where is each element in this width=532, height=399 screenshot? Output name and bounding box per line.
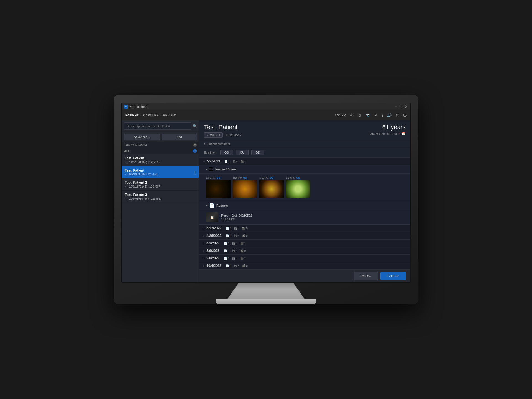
- title-bar-left: 3L 3L Imaging 2: [124, 105, 147, 109]
- sidebar: 🔍 Advanced... Add TODAY 5/2/2023 0 ALL 7: [122, 120, 200, 282]
- eye-os-button[interactable]: OS: [220, 150, 233, 155]
- search-icon[interactable]: 🔍: [193, 124, 197, 128]
- settings-icon[interactable]: ⚙: [395, 113, 399, 117]
- title-bar-controls: ─ □ ✕: [395, 105, 408, 108]
- add-button[interactable]: Add: [162, 134, 197, 140]
- patient-header-left: Test, Patient ♀ Other ▾ ID 1234567: [204, 124, 241, 138]
- report-item-1[interactable]: 📋 Report_2x2_20230502 1:18:11 PM: [200, 210, 410, 225]
- session-chevron-2: ›: [203, 227, 204, 230]
- sc6-images: 🖼 3: [232, 257, 237, 260]
- dob-label: Date of birth: [368, 132, 385, 135]
- info-icon[interactable]: ℹ: [382, 113, 383, 117]
- close-button[interactable]: ✕: [405, 105, 408, 108]
- review-button[interactable]: Review: [354, 272, 378, 280]
- sc7-reports: 📄 1: [226, 264, 231, 267]
- sc6-videos: 🎬 1: [240, 257, 246, 260]
- patient-item-4[interactable]: Test, Patient 3 ♂ | 10/30/1956 (66) | 12…: [122, 191, 199, 203]
- comment-row[interactable]: ▾ Patient comment: [200, 140, 410, 147]
- report-info-1: Report_2x2_20230502 1:18:11 PM: [221, 214, 252, 221]
- patient-list: Test, Patient ♀ | 11/1/1961 (61) | 12345…: [122, 154, 199, 282]
- session-4262023[interactable]: › 4/26/2023 📄 1 🖼 4 🎬 0: [200, 232, 410, 240]
- power-icon[interactable]: ⏻: [403, 113, 407, 117]
- images-chevron: ▾: [206, 168, 208, 171]
- eye-icon[interactable]: 👁: [350, 113, 354, 117]
- dob-value: 1/11/1962: [387, 132, 400, 135]
- reports-icon: 📄: [209, 203, 215, 208]
- image-thumb-1: [206, 180, 231, 198]
- maximize-button[interactable]: □: [400, 105, 402, 108]
- session-382023[interactable]: › 3/8/2023 📄 1 🖼 3 🎬 1: [200, 255, 410, 262]
- report-time-1: 1:18:11 PM: [221, 218, 252, 221]
- patient-name-1: Test, Patient: [125, 156, 196, 160]
- sc5-reports: 📄 1: [224, 249, 229, 252]
- calendar-icon[interactable]: 📅: [402, 132, 406, 135]
- session-counts-3: 📄 1 🖼 4 🎬 0: [226, 234, 248, 237]
- gender-dropdown-icon: ▾: [219, 133, 220, 137]
- patient-name-3: Test, Patient 2: [125, 181, 196, 185]
- session-4272023[interactable]: › 4/27/2023 📄 1 🖼 3 🎬 0: [200, 225, 410, 232]
- eye-filter-row: Eye filter OS OU OD: [200, 147, 410, 158]
- reports-label: Reports: [216, 204, 228, 207]
- image-meta-4: 1:18 PM OS: [286, 177, 310, 179]
- nav-review[interactable]: REVIEW: [163, 114, 176, 117]
- session-header-1[interactable]: ▾ 5/2/2023 📄 1 🖼 4 🎬 0: [200, 158, 410, 165]
- sc4-videos: 🎬 1: [240, 242, 246, 245]
- images-grid: 1:18 PM OS 1:18 PM OS: [200, 174, 410, 201]
- session-date-1: 5/2/2023: [207, 159, 220, 163]
- patient-details-2: ♀ | 6/5/1963 (60) | 1234567: [125, 173, 196, 176]
- capture-button[interactable]: Capture: [380, 272, 406, 280]
- reports-chevron: ▾: [206, 204, 208, 207]
- eye-ou-button[interactable]: OU: [236, 150, 249, 155]
- session-counts-5: 📄 1 🖼 4 🎬 0: [224, 249, 246, 252]
- session-432023[interactable]: › 4/3/2023 📄 1 🖼 3 🎬 1: [200, 240, 410, 247]
- sc2-images: 🖼 3: [234, 227, 239, 230]
- monitor-stand: [227, 283, 305, 299]
- nav-patient[interactable]: PATIENT: [125, 114, 139, 117]
- all-count: 7: [193, 149, 197, 153]
- search-input[interactable]: [124, 122, 191, 130]
- reports-header[interactable]: ▾ 📄 Reports: [200, 201, 410, 210]
- eye-od-button[interactable]: OD: [251, 150, 264, 155]
- patient-menu-button[interactable]: ⋮: [193, 170, 197, 175]
- report-name-1: Report_2x2_20230502: [221, 214, 252, 217]
- image-card-4[interactable]: 1:18 PM OS: [286, 177, 310, 198]
- images-videos-header[interactable]: ▾ 🖼 Images/Videos: [200, 165, 410, 174]
- patient-details-1: ♀ | 11/1/1961 (61) | 1234567: [125, 161, 196, 164]
- monitor-icon[interactable]: 🖥: [358, 113, 362, 117]
- monitor-base: [216, 299, 316, 304]
- sc5-videos: 🎬 0: [240, 249, 246, 252]
- session-chevron-7: ›: [203, 264, 204, 267]
- image-thumb-2: [233, 180, 257, 198]
- minimize-button[interactable]: ─: [395, 105, 397, 108]
- gender-badge[interactable]: ♀ Other ▾: [204, 132, 223, 138]
- patient-details-4: ♂ | 10/30/1956 (66) | 1234567: [125, 197, 196, 200]
- sc4-images: 🖼 3: [232, 242, 237, 245]
- nav-chevron-2: ›: [160, 114, 161, 117]
- nav-capture[interactable]: CAPTURE: [143, 114, 159, 117]
- sc6-reports: 📄 1: [224, 257, 229, 260]
- camera-user-icon[interactable]: 📷: [365, 113, 370, 117]
- comment-chevron-icon: ▾: [204, 142, 206, 145]
- sc7-videos: 🎬 0: [242, 264, 247, 267]
- title-bar: 3L 3L Imaging 2 ─ □ ✕: [122, 103, 410, 110]
- patient-item-1[interactable]: Test, Patient ♀ | 11/1/1961 (61) | 12345…: [122, 154, 199, 166]
- advanced-button[interactable]: Advanced...: [124, 134, 160, 140]
- image-card-2[interactable]: 1:18 PM OS: [233, 177, 257, 198]
- sc3-reports: 📄 1: [226, 234, 231, 237]
- session-date-6: 3/8/2023: [206, 256, 219, 260]
- patient-item-2[interactable]: Test, Patient ♀ | 6/5/1963 (60) | 123456…: [122, 166, 199, 178]
- session-392023[interactable]: › 3/9/2023 📄 1 🖼 4 🎬 0: [200, 247, 410, 255]
- sc3-videos: 🎬 0: [242, 234, 247, 237]
- image-card-1[interactable]: 1:18 PM OS: [206, 177, 231, 198]
- image-card-3[interactable]: 1:18 PM OD: [259, 177, 284, 198]
- brightness-icon[interactable]: ☀: [374, 113, 378, 117]
- volume-icon[interactable]: 🔊: [387, 113, 392, 117]
- session-1042022[interactable]: › 10/4/2022 📄 1 🖼 6 🎬 0: [200, 262, 410, 270]
- nav-time: 1:31 PM: [335, 114, 346, 117]
- images-icon: 🖼: [209, 167, 214, 172]
- session-counts-1: 📄 1 🖼 4 🎬 0: [224, 160, 246, 163]
- session-counts-7: 📄 1 🖼 6 🎬 0: [226, 264, 248, 267]
- patient-item-3[interactable]: Test, Patient 2 ♀ | 10/8/1978 (44) | 123…: [122, 178, 199, 191]
- today-label: TODAY 5/2/2023: [124, 144, 147, 147]
- session-date-4: 4/3/2023: [206, 241, 219, 245]
